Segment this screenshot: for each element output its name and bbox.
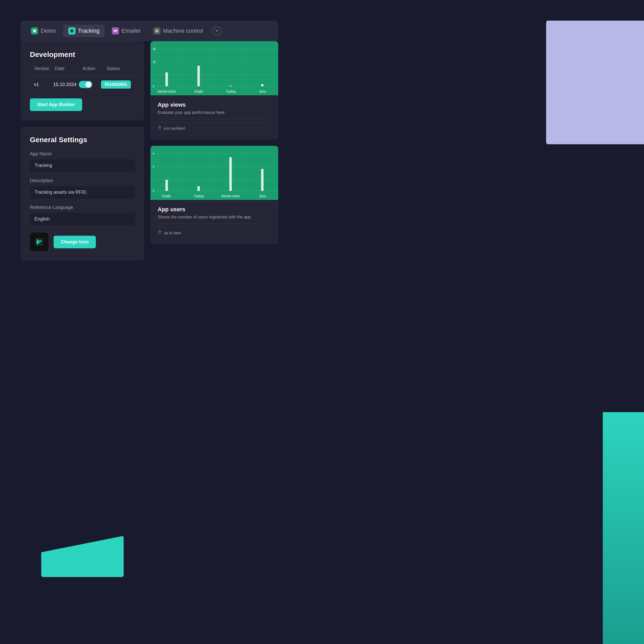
- tab-demo-label: Demo: [41, 28, 56, 34]
- app-views-chart: 40 20 0 Machine control: [150, 41, 278, 95]
- chart-divider: [158, 119, 271, 119]
- svg-rect-7: [35, 238, 43, 246]
- svg-text:Tracking: Tracking: [194, 194, 204, 198]
- tab-tracking-label: Tracking: [78, 28, 100, 34]
- svg-text:Machine control: Machine control: [158, 89, 176, 94]
- svg-rect-24: [229, 86, 232, 86]
- content-area: Development Version Date Action Status v…: [21, 41, 278, 260]
- svg-rect-6: [156, 30, 158, 32]
- svg-text:40: 40: [153, 47, 156, 51]
- tab-machine-icon: [153, 27, 160, 35]
- svg-rect-42: [197, 186, 200, 191]
- row-date: 15.10.2024: [53, 82, 79, 87]
- svg-rect-10: [37, 239, 38, 245]
- row-version: v1: [34, 82, 53, 87]
- svg-text:2: 2: [153, 164, 154, 168]
- app-views-desc: Evaluate your app performance here: [158, 110, 271, 115]
- change-icon-button[interactable]: Change Icon: [54, 236, 96, 248]
- svg-rect-43: [229, 157, 232, 191]
- app-users-title: App users: [158, 206, 271, 213]
- svg-text:Demo: Demo: [259, 194, 266, 198]
- settings-card-title: General Settings: [30, 136, 135, 144]
- tab-bar: Demo Tracking Emailer Machine control +: [21, 21, 278, 41]
- app-views-title: App views: [158, 101, 271, 108]
- col-header-action: Action: [82, 66, 107, 71]
- development-card: Development Version Date Action Status v…: [21, 41, 144, 120]
- start-app-builder-button[interactable]: Start App Builder: [30, 98, 82, 111]
- status-badge: RUNNING: [101, 80, 131, 89]
- svg-text:Emailer: Emailer: [162, 194, 171, 198]
- svg-text:Machine control: Machine control: [222, 194, 240, 198]
- table-row: v1 15.10.2024 RUNNING: [30, 76, 135, 93]
- svg-text:0: 0: [153, 189, 154, 193]
- tab-emailer[interactable]: Emailer: [107, 25, 146, 37]
- app-name-label: App Name: [30, 151, 135, 157]
- tab-machine-control[interactable]: Machine control: [148, 25, 208, 37]
- app-users-chart: 4 2 0 Emailer Tra: [150, 146, 278, 200]
- action-toggle[interactable]: [79, 81, 92, 88]
- clock-icon: ⏱: [158, 126, 162, 130]
- svg-rect-25: [261, 84, 264, 86]
- ref-language-input[interactable]: English: [30, 213, 135, 225]
- svg-rect-44: [261, 169, 264, 191]
- chart-divider-2: [158, 224, 271, 224]
- app-views-info: App views Evaluate your app performance …: [150, 96, 278, 132]
- clock-icon-2: ⏱: [158, 230, 162, 235]
- dev-table-header: Version Date Action Status: [30, 66, 135, 76]
- description-label: Description: [30, 178, 135, 183]
- svg-text:4: 4: [153, 151, 154, 156]
- app-icon: [30, 233, 48, 251]
- icon-section: Change Icon: [30, 233, 135, 251]
- app-name-input[interactable]: Tracking: [30, 159, 135, 172]
- col-header-status: Status: [107, 66, 131, 71]
- svg-rect-1: [33, 30, 36, 32]
- main-container: Demo Tracking Emailer Machine control +: [21, 21, 613, 623]
- tab-emailer-label: Emailer: [122, 28, 141, 34]
- ref-language-label: Reference Language: [30, 205, 135, 210]
- row-action: [79, 81, 101, 88]
- svg-text:Tracking: Tracking: [226, 89, 236, 94]
- svg-text:Demo: Demo: [259, 89, 266, 94]
- add-tab-button[interactable]: +: [212, 26, 222, 36]
- right-panel: 40 20 0 Machine control: [150, 41, 278, 260]
- svg-rect-41: [165, 180, 168, 191]
- left-panel: Development Version Date Action Status v…: [21, 41, 144, 260]
- app-users-card: 4 2 0 Emailer Tra: [150, 146, 278, 244]
- svg-rect-3: [71, 30, 73, 32]
- tab-machine-label: Machine control: [163, 28, 203, 34]
- description-input[interactable]: Tracking assets via RFID.: [30, 186, 135, 199]
- row-status: RUNNING: [101, 82, 131, 87]
- app-views-update-text: just updated: [164, 126, 185, 130]
- general-settings-card: General Settings App Name Tracking Descr…: [21, 126, 144, 260]
- tab-tracking-icon: [68, 27, 75, 35]
- svg-rect-23: [197, 66, 200, 86]
- dev-card-title: Development: [30, 50, 135, 59]
- col-header-date: Date: [55, 66, 82, 71]
- app-users-update-text: up to date: [164, 231, 181, 235]
- app-views-update: ⏱ just updated: [158, 122, 271, 130]
- app-views-card: 40 20 0 Machine control: [150, 41, 278, 140]
- svg-text:Emailer: Emailer: [194, 89, 204, 94]
- app-users-update: ⏱ up to date: [158, 227, 271, 235]
- tab-emailer-icon: [112, 27, 119, 35]
- tab-demo[interactable]: Demo: [26, 25, 61, 37]
- app-users-desc: Shows the number of users registered wit…: [158, 215, 271, 219]
- col-header-version: Version: [34, 66, 55, 71]
- svg-text:0: 0: [153, 84, 154, 88]
- tab-tracking[interactable]: Tracking: [63, 25, 105, 37]
- svg-text:20: 20: [153, 60, 156, 64]
- app-users-info: App users Shows the number of users regi…: [150, 201, 278, 237]
- tab-demo-icon: [31, 27, 38, 35]
- svg-rect-22: [165, 72, 168, 86]
